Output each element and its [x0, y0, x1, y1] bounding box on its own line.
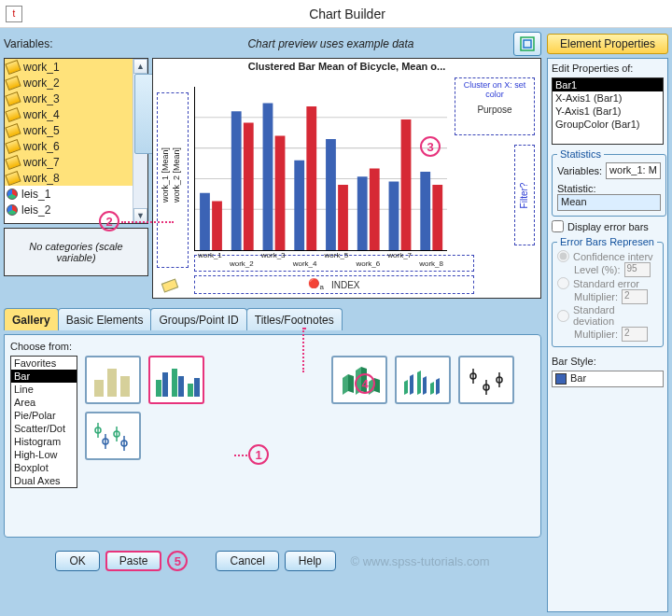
index-dropzone[interactable]: 🔴a INDEX [194, 275, 474, 294]
properties-listbox[interactable]: Bar1 X-Axis1 (Bar1) Y-Axis1 (Bar1) Group… [552, 77, 664, 145]
se-mult-value[interactable]: 2 [622, 289, 648, 304]
variable-name: work_3 [23, 92, 60, 105]
edit-properties-label: Edit Properties of: [552, 63, 664, 74]
cluster-color-dropzone[interactable]: Cluster on X: set color Purpose [455, 77, 535, 135]
variable-item[interactable]: leis_1 [5, 186, 133, 202]
scale-icon [5, 75, 21, 90]
tab-groups-point-id[interactable]: Groups/Point ID [150, 308, 246, 330]
no-categories-text: No categories (scale variable) [8, 241, 144, 263]
chart-preview-panel[interactable]: Clustered Bar Mean of Bicycle, Mean o...… [152, 58, 541, 299]
thumb-error-bar-1[interactable] [458, 356, 514, 404]
filter-dropzone[interactable]: Filter? [514, 145, 535, 245]
thumb-3d-bar[interactable] [331, 356, 387, 404]
left-pane: Variables: Chart preview uses example da… [4, 34, 541, 612]
svg-marker-38 [410, 374, 413, 395]
list-item[interactable]: X-Axis1 (Bar1) [553, 91, 663, 105]
variable-item[interactable]: leis_2 [5, 202, 133, 217]
scale-icon [5, 106, 21, 121]
svg-rect-14 [326, 139, 336, 250]
se-radio[interactable]: Standard error [557, 277, 658, 289]
chart-type-list[interactable]: FavoritesBarLineAreaPie/PolarScatter/Dot… [10, 356, 77, 488]
scroll-down-arrow-icon[interactable]: ▼ [133, 208, 147, 223]
svg-rect-9 [244, 123, 254, 251]
ci-radio[interactable]: Confidence interv [557, 250, 658, 262]
chart-type-item[interactable]: Histogram [11, 435, 77, 448]
thumb-error-bar-2[interactable] [85, 412, 141, 460]
nominal-icon [7, 189, 18, 200]
scale-icon [5, 154, 21, 169]
error-legend: Error Bars Represen [557, 236, 657, 247]
ci-level-value[interactable]: 95 [624, 262, 651, 277]
svg-rect-10 [263, 104, 273, 251]
dialog-buttons: OK Paste 5 Cancel Help © www.spss-tutori… [4, 541, 541, 571]
display-error-bars-checkbox[interactable]: Display error bars [552, 220, 664, 232]
paste-button[interactable]: Paste [105, 551, 162, 571]
stats-variables-label: Variables: [557, 165, 602, 176]
element-properties-panel: Edit Properties of: Bar1 X-Axis1 (Bar1) … [547, 58, 668, 612]
ok-button[interactable]: OK [55, 551, 99, 571]
window-title: Chart Builder [28, 7, 666, 21]
svg-rect-29 [188, 384, 193, 397]
thumb-clustered-bar[interactable] [148, 356, 204, 404]
cancel-button[interactable]: Cancel [216, 551, 278, 571]
chart-type-item[interactable]: Bar [11, 370, 77, 383]
cluster-label: Cluster on X: set color [457, 80, 532, 99]
thumb-simple-bar[interactable] [85, 356, 141, 404]
variable-item[interactable]: work_5 [5, 122, 133, 138]
chart-thumbnails [85, 356, 535, 460]
categories-box: No categories (scale variable) [4, 228, 148, 276]
list-item[interactable]: Y-Axis1 (Bar1) [553, 105, 663, 118]
chart-type-item[interactable]: Favorites [11, 357, 77, 370]
list-item[interactable]: Bar1 [553, 78, 663, 91]
scroll-up-arrow-icon[interactable]: ▲ [133, 59, 147, 74]
chart-type-item[interactable]: Dual Axes [11, 474, 77, 487]
chart-type-item[interactable]: Pie/Polar [11, 409, 77, 422]
variable-item[interactable]: work_6 [5, 138, 133, 154]
chart-type-item[interactable]: Area [11, 396, 77, 409]
stats-variables-value[interactable]: work_1: M [606, 162, 661, 179]
chart-type-item[interactable]: Line [11, 383, 77, 396]
svg-rect-12 [294, 161, 304, 250]
variable-item[interactable]: work_2 [5, 75, 133, 91]
display-error-bars-input[interactable] [552, 220, 564, 232]
svg-marker-37 [404, 380, 408, 395]
sd-mult-value[interactable]: 2 [622, 327, 648, 342]
svg-rect-11 [275, 136, 286, 251]
variable-item[interactable]: work_8 [5, 170, 133, 186]
expand-preview-button[interactable] [513, 32, 541, 56]
element-properties-button[interactable]: Element Properties [547, 34, 668, 54]
bar-style-label: Bar Style: [552, 356, 664, 367]
chart-type-item[interactable]: Scatter/Dot [11, 422, 77, 435]
variable-name: work_2 [23, 77, 60, 90]
preview-note: Chart preview uses example data [148, 37, 513, 50]
variables-scrollbar[interactable]: ▲ ▼ [133, 59, 147, 223]
variable-name: work_4 [23, 108, 60, 121]
scroll-track[interactable] [133, 74, 147, 208]
sd-radio[interactable]: Standard deviation [557, 304, 658, 327]
variable-item[interactable]: work_3 [5, 91, 133, 106]
chart-type-item[interactable]: Boxplot [11, 461, 77, 474]
svg-rect-16 [357, 176, 368, 250]
variable-item[interactable]: work_4 [5, 106, 133, 122]
bar-style-dropdown[interactable]: Bar [552, 371, 664, 387]
tab-titles-footnotes[interactable]: Titles/Footnotes [246, 308, 343, 330]
chart-type-item[interactable]: High-Low [11, 448, 77, 461]
statistic-dropdown[interactable]: Mean [557, 194, 661, 211]
tab-basic-elements[interactable]: Basic Elements [58, 308, 152, 330]
tab-gallery[interactable]: Gallery [4, 308, 59, 330]
svg-marker-40 [423, 376, 427, 395]
help-button[interactable]: Help [285, 551, 336, 571]
thumb-3d-clustered-bar[interactable] [395, 356, 451, 404]
variable-name: work_7 [23, 156, 60, 169]
eraser-icon[interactable] [161, 279, 178, 293]
variable-item[interactable]: work_7 [5, 154, 133, 170]
list-item[interactable]: GroupColor (Bar1) [553, 118, 663, 131]
variable-item[interactable]: work_1 [5, 59, 133, 75]
statistics-fieldset: Statistics Variables: work_1: M Statisti… [552, 148, 666, 217]
scale-icon [5, 91, 21, 105]
scale-icon [5, 122, 21, 137]
svg-rect-7 [212, 202, 222, 251]
right-pane: Element Properties Edit Properties of: B… [547, 34, 668, 612]
bar-swatch-icon [555, 373, 567, 385]
variables-list[interactable]: work_1work_2work_3work_4work_5work_6work… [4, 58, 148, 224]
